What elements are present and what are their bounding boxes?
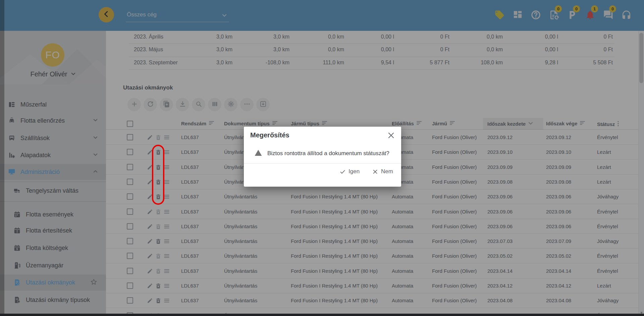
red-annotation-oval [152, 145, 164, 205]
confirmation-dialog: Megerősítés Biztos rontottra állítod a d… [244, 127, 401, 187]
dialog-divider [244, 163, 401, 164]
confirm-yes-button[interactable]: Igen [340, 168, 360, 175]
close-icon[interactable] [387, 131, 395, 139]
app-window: Összes cég 0010 FO Fehér Olivér Műszerfa… [0, 0, 644, 316]
check-icon [340, 169, 345, 175]
dialog-message: Biztos rontottra állítod a dokumentum st… [267, 150, 389, 157]
x-icon [372, 169, 378, 175]
cancel-no-button[interactable]: Nem [372, 168, 393, 175]
warning-icon [254, 149, 262, 157]
dialog-title: Megerősítés [250, 131, 289, 139]
